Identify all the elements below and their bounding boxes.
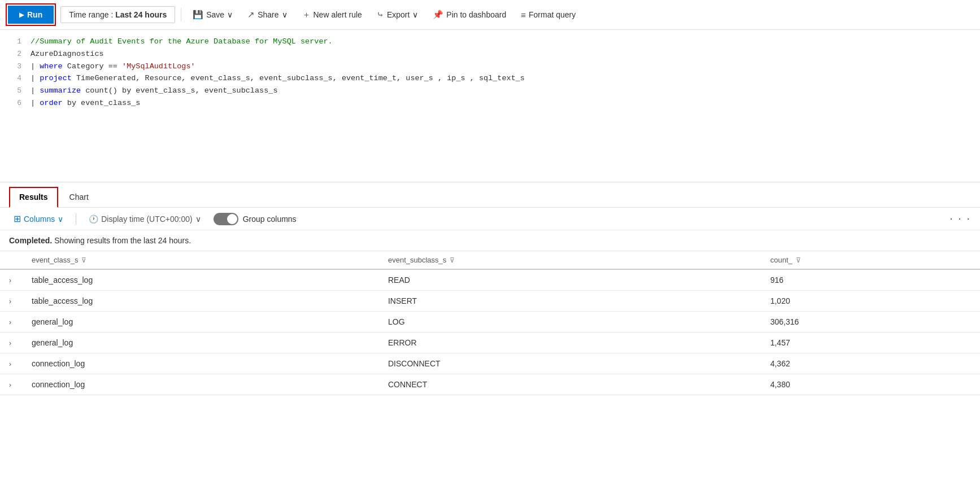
col-header-count: count_ ⊽ xyxy=(761,251,980,269)
save-label: Save xyxy=(206,10,224,19)
pin-icon: 📌 xyxy=(433,10,443,20)
code-text-5: | summarize count() by event_class_s, ev… xyxy=(31,85,974,97)
time-range-button[interactable]: Time range : Last 24 hours xyxy=(60,6,175,23)
save-icon: 💾 xyxy=(193,10,203,20)
line-number-1: 1 xyxy=(6,36,21,48)
filter-icon-event-subclass[interactable]: ⊽ xyxy=(450,256,455,264)
time-display-chevron-icon: ∨ xyxy=(195,215,201,224)
time-display-button[interactable]: 🕐 Display time (UTC+00:00) ∨ xyxy=(84,212,205,226)
cell-event-subclass: ERROR xyxy=(379,333,761,353)
filter-icon-event-class[interactable]: ⊽ xyxy=(81,256,86,264)
save-chevron-icon: ∨ xyxy=(227,10,233,19)
table-row: › table_access_log INSERT 1,020 xyxy=(0,291,980,312)
code-text-2: AzureDiagnostics xyxy=(31,48,974,60)
cell-event-class: table_access_log xyxy=(23,269,379,291)
pin-button[interactable]: 📌 Pin to dashboard xyxy=(427,7,512,23)
code-text-3: | where Category == 'MySqlAuditLogs' xyxy=(31,60,974,73)
expand-chevron-icon[interactable]: › xyxy=(9,277,11,285)
export-label: Export xyxy=(387,10,410,19)
code-line-3: 3 | where Category == 'MySqlAuditLogs' xyxy=(0,60,980,73)
export-chevron-icon: ∨ xyxy=(412,10,418,19)
run-label: Run xyxy=(27,10,42,19)
line-number-4: 4 xyxy=(6,73,21,85)
separator-1 xyxy=(181,8,181,21)
cell-event-subclass: CONNECT xyxy=(379,374,761,395)
line-number-3: 3 xyxy=(6,61,21,73)
tab-chart[interactable]: Chart xyxy=(60,188,98,206)
expand-chevron-icon[interactable]: › xyxy=(9,360,11,368)
format-label: Format query xyxy=(529,10,576,19)
cell-event-class: connection_log xyxy=(23,353,379,374)
expand-cell[interactable]: › xyxy=(0,269,23,291)
status-message: Completed. Showing results from the last… xyxy=(0,230,980,251)
format-query-button[interactable]: ≡ Format query xyxy=(515,7,581,23)
share-button[interactable]: ↗ Share ∨ xyxy=(242,7,293,23)
table-row: › general_log LOG 306,316 xyxy=(0,312,980,333)
results-table: event_class_s ⊽ event_subclass_s ⊽ count… xyxy=(0,251,980,395)
format-icon: ≡ xyxy=(521,10,526,20)
new-alert-label: New alert rule xyxy=(313,10,362,19)
line-number-6: 6 xyxy=(6,98,21,110)
table-row: › table_access_log READ 916 xyxy=(0,269,980,291)
export-icon: ⤷ xyxy=(377,10,384,20)
filter-icon-count[interactable]: ⊽ xyxy=(796,256,801,264)
tab-results[interactable]: Results xyxy=(9,187,58,208)
expand-chevron-icon[interactable]: › xyxy=(9,339,11,347)
time-range-value: Last 24 hours xyxy=(115,10,167,19)
cell-event-subclass: READ xyxy=(379,269,761,291)
columns-button[interactable]: ⊞ Columns ∨ xyxy=(9,211,68,226)
col-label-count: count_ xyxy=(770,256,792,264)
play-icon: ▶ xyxy=(19,11,24,19)
cell-count: 1,457 xyxy=(761,333,980,353)
table-row: › general_log ERROR 1,457 xyxy=(0,333,980,353)
col-header-event-class: event_class_s ⊽ xyxy=(23,251,379,269)
expand-cell[interactable]: › xyxy=(0,291,23,312)
table-row: › connection_log CONNECT 4,380 xyxy=(0,374,980,395)
code-line-5: 5 | summarize count() by event_class_s, … xyxy=(0,85,980,97)
clock-icon: 🕐 xyxy=(89,215,98,224)
expand-chevron-icon[interactable]: › xyxy=(9,298,11,305)
cell-event-subclass: LOG xyxy=(379,312,761,333)
columns-chevron-icon: ∨ xyxy=(58,215,63,224)
cell-count: 1,020 xyxy=(761,291,980,312)
toggle-knob xyxy=(227,214,237,224)
save-button[interactable]: 💾 Save ∨ xyxy=(187,7,238,23)
ellipsis-menu-button[interactable]: · · · xyxy=(949,212,971,225)
expand-cell[interactable]: › xyxy=(0,312,23,333)
code-line-1: 1 //Summary of Audit Events for the Azur… xyxy=(0,36,980,48)
export-button[interactable]: ⤷ Export ∨ xyxy=(371,7,424,23)
new-alert-button[interactable]: ＋ New alert rule xyxy=(297,7,368,23)
code-comment-1: //Summary of Audit Events for the Azure … xyxy=(31,36,974,48)
expand-cell[interactable]: › xyxy=(0,353,23,374)
cell-event-subclass: INSERT xyxy=(379,291,761,312)
expand-cell[interactable]: › xyxy=(0,333,23,353)
toolbar: ▶ Run Time range : Last 24 hours 💾 Save … xyxy=(0,0,980,30)
cell-count: 306,316 xyxy=(761,312,980,333)
cell-event-class: table_access_log xyxy=(23,291,379,312)
time-display-label: Display time (UTC+00:00) xyxy=(101,215,192,224)
table-header-row: event_class_s ⊽ event_subclass_s ⊽ count… xyxy=(0,251,980,269)
expand-cell[interactable]: › xyxy=(0,374,23,395)
alert-icon: ＋ xyxy=(302,10,311,20)
columns-label: Columns xyxy=(24,215,55,224)
code-editor-wrapper: 1 //Summary of Audit Events for the Azur… xyxy=(0,30,980,182)
cell-count: 4,380 xyxy=(761,374,980,395)
expand-chevron-icon[interactable]: › xyxy=(9,318,11,326)
results-tabs: Results Chart xyxy=(0,182,980,208)
group-columns-toggle-group: Group columns xyxy=(214,213,297,225)
code-editor[interactable]: 1 //Summary of Audit Events for the Azur… xyxy=(0,30,980,182)
col-label-event-subclass: event_subclass_s xyxy=(388,256,446,264)
group-columns-toggle[interactable] xyxy=(214,213,238,225)
code-text-4: | project TimeGenerated, Resource, event… xyxy=(31,72,974,85)
cell-event-class: general_log xyxy=(23,333,379,353)
table-row: › connection_log DISCONNECT 4,362 xyxy=(0,353,980,374)
status-completed: Completed. xyxy=(9,236,52,245)
run-button[interactable]: ▶ Run xyxy=(8,6,54,24)
expand-chevron-icon[interactable]: › xyxy=(9,381,11,389)
cell-count: 4,362 xyxy=(761,353,980,374)
share-label: Share xyxy=(258,10,278,19)
time-range-prefix: Time range : xyxy=(69,10,115,19)
code-line-6: 6 | order by event_class_s xyxy=(0,97,980,110)
group-columns-label: Group columns xyxy=(243,215,297,224)
code-line-2: 2 AzureDiagnostics xyxy=(0,48,980,60)
